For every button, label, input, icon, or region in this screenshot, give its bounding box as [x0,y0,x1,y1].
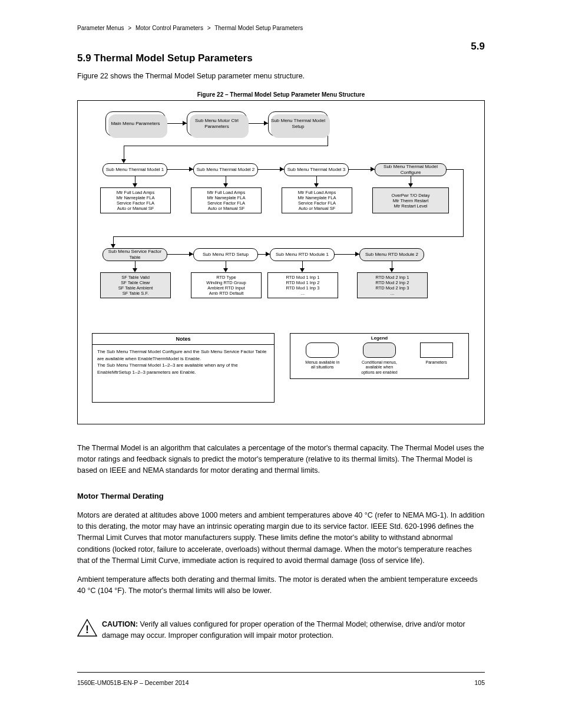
submenu-node: Sub Menu RTD Module 1 [270,248,335,261]
legend-item: Conditional menus, available when option… [356,342,403,375]
param-node: SF Table Valid SF Table Clear SF Table A… [100,272,171,298]
legend-label: Conditional menus, available when option… [361,360,398,375]
submenu-node: Sub Menu Thermal Model Configure [375,163,447,176]
intro-text: Figure 22 shows the Thermal Model Setup … [77,71,485,84]
legend-title: Legend [290,334,468,342]
legend-item: Menus available in all situations [299,342,346,370]
legend-label: Menus available in all situations [305,360,339,370]
chevron-right-icon: > [205,25,213,31]
footer-rule [77,672,485,673]
breadcrumb: Parameter Menus > Motor Control Paramete… [77,25,303,31]
legend-item: Parameters [413,342,460,365]
submenu-node: Sub Menu Thermal Model 3 [284,163,349,176]
submenu-node: Sub Menu Thermal Model 2 [193,163,258,176]
chevron-right-icon: > [125,25,134,31]
param-node: OverPwr T/O Delay Mtr Therm Restart Mtr … [372,187,449,213]
body-paragraph: Motors are derated at altitudes above 10… [77,510,485,567]
footer-doc-id: 1560E-UM051B-EN-P – December 2014 [77,679,189,686]
param-node: RTD Mod 1 Inp 1 RTD Mod 1 Inp 2 RTD Mod … [267,272,338,298]
page-title: 5.9 Thermal Model Setup Parameters [77,52,253,64]
diagram-frame: Main Menu Parameters Sub Menu Motor Ctrl… [77,100,485,424]
menu-node: Main Menu Parameters [105,111,166,136]
section-number: 5.9 [471,41,485,52]
caution-block: ! CAUTION: Verify all values configured … [77,619,485,642]
body-paragraph: Ambient temperature affects both deratin… [77,574,485,597]
param-node: RTD Mod 2 Inp 1 RTD Mod 2 Inp 2 RTD Mod … [357,272,428,298]
submenu-node: Sub Menu Thermal Model 1 [103,163,167,176]
param-node: RTD Type Winding RTD Group Ambient RTD I… [191,272,262,298]
param-node: Mtr Full Load Amps Mtr Nameplate FLA Ser… [100,187,171,213]
notes-box: Notes The Sub Menu Thermal Model Configu… [92,333,275,403]
notes-title: Notes [92,334,274,345]
submenu-node: Sub Menu RTD Setup [193,248,258,261]
caution-icon: ! [77,619,97,637]
breadcrumb-item: Thermal Model Setup Parameters [214,25,303,31]
legend-label: Parameters [426,360,447,365]
submenu-node: Sub Menu RTD Module 2 [359,248,424,261]
breadcrumb-item: Motor Control Parameters [135,25,203,31]
figure-caption: Figure 22 – Thermal Model Setup Paramete… [77,91,485,98]
menu-node: Sub Menu Motor Ctrl Parameters [187,111,247,136]
subsection-heading: Motor Thermal Derating [77,490,485,502]
legend-shape-menu [306,342,339,358]
notes-body: The Sub Menu Thermal Model Configure and… [92,345,274,379]
svg-text:!: ! [85,624,89,635]
submenu-node: Sub Menu Service Factor Table [103,248,167,261]
caution-text: CAUTION: Verify all values configured fo… [102,619,485,642]
param-node: Mtr Full Load Amps Mtr Nameplate FLA Ser… [282,187,352,213]
legend-box: Legend Menus available in all situations… [290,333,469,379]
legend-shape-conditional [363,342,396,358]
subsection: Motor Thermal Derating Motors are derate… [77,483,485,604]
menu-node: Sub Menu Thermal Model Setup [268,111,328,136]
breadcrumb-item: Parameter Menus [77,25,124,31]
body-paragraph: The Thermal Model is an algorithm that c… [77,435,485,484]
legend-shape-param [420,342,453,358]
param-node: Mtr Full Load Amps Mtr Nameplate FLA Ser… [191,187,262,213]
footer-page-number: 105 [474,679,485,686]
